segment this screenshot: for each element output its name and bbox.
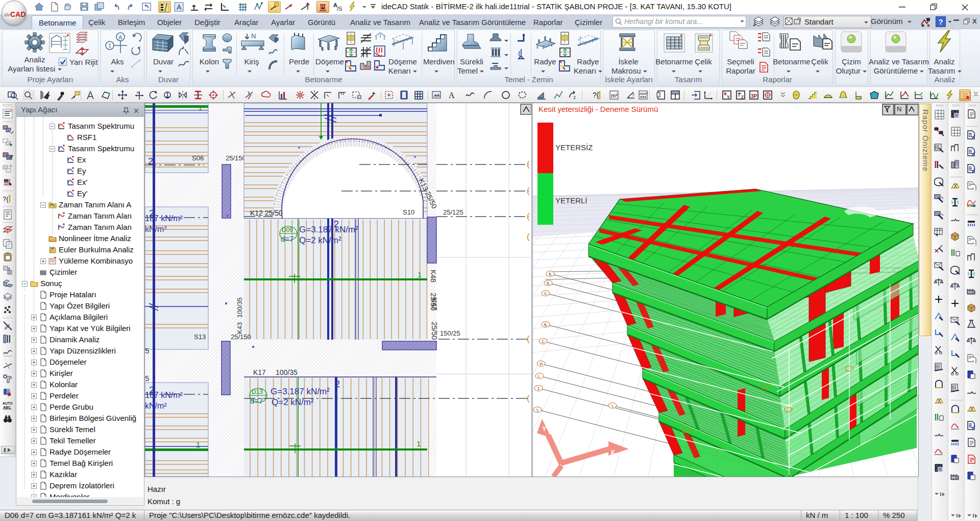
svg-text:?: ? [632,92,634,98]
svg-text:m²: m² [611,92,618,99]
svg-text:A: A [177,3,182,11]
svg-text:?{: ?{ [3,195,9,203]
svg-text:A: A [449,91,455,100]
svg-text:/S: /S [337,6,342,12]
svg-text:3P: 3P [751,93,757,99]
svg-text:1: 1 [108,42,111,49]
svg-text:z: z [741,94,744,100]
svg-text:?: ? [920,94,923,99]
svg-text:A: A [118,34,122,40]
svg-text:CAD: CAD [10,10,26,18]
svg-text:?{: ?{ [593,91,599,99]
svg-text:N: N [251,32,256,40]
svg-text:mm²: mm² [640,91,648,96]
svg-text:ABC: ABC [3,406,11,409]
svg-text:Y: Y [727,94,730,100]
svg-text:2: 2 [573,95,576,100]
svg-text:AUTO: AUTO [3,401,13,405]
svg-text:ide: ide [4,12,10,17]
